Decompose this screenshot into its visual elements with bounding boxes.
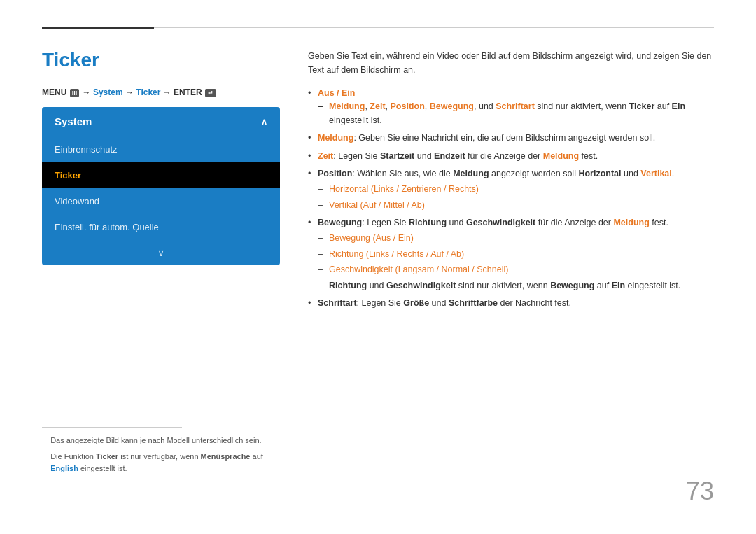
- list-item-schriftart: Schriftart: Legen Sie Größe und Schriftf…: [308, 297, 714, 310]
- menu-item-videowand[interactable]: Videowand: [42, 188, 280, 214]
- system-menu-footer: ∨: [42, 240, 280, 265]
- menu-label: MENU: [42, 87, 66, 97]
- menu-item-einbrennschutz[interactable]: Einbrennschutz: [42, 136, 280, 162]
- subitem-richtung: Richtung (Links / Rechts / Auf / Ab): [318, 248, 714, 261]
- footer-notes: – Das angezeigte Bild kann je nach Model…: [42, 427, 280, 479]
- page-number: 73: [686, 477, 714, 506]
- right-column: Geben Sie Text ein, während ein Video od…: [308, 49, 714, 314]
- breadcrumb-ticker: Ticker: [136, 87, 160, 97]
- footer-note-1: – Das angezeigte Bild kann je nach Model…: [42, 435, 280, 447]
- subitem-vertikal: Vertikal (Auf / Mittel / Ab): [318, 199, 714, 212]
- label-aus-ein: Aus / Ein: [318, 88, 355, 98]
- list-item-aus-ein: Aus / Ein – Meldung, Zeit, Position, Bew…: [308, 87, 714, 127]
- list-item-zeit: Zeit: Legen Sie Startzeit und Endzeit fü…: [308, 150, 714, 163]
- menu-item-ticker[interactable]: Ticker: [42, 162, 280, 188]
- subitem-horizontal: Horizontal (Links / Zentrieren / Rechts): [318, 183, 714, 196]
- footer-divider: [42, 427, 182, 428]
- note-bewegung: – Richtung und Geschwindigkeit sind nur …: [318, 279, 714, 293]
- system-menu-title: System: [55, 115, 92, 127]
- bewegung-subitems: Bewegung (Aus / Ein) Richtung (Links / R…: [318, 232, 714, 276]
- top-decorative-lines: [42, 27, 714, 29]
- chevron-up-icon: ∧: [261, 117, 267, 127]
- left-column: MENU III → System → Ticker → ENTER ↵ Sys…: [42, 87, 280, 265]
- system-menu: System ∧ Einbrennschutz Ticker Videowand…: [42, 107, 280, 265]
- arrow2: →: [125, 87, 136, 97]
- list-item-meldung: Meldung: Geben Sie eine Nachricht ein, d…: [308, 132, 714, 145]
- list-item-bewegung: Bewegung: Legen Sie Richtung und Geschwi…: [308, 216, 714, 293]
- page-content: Ticker MENU III → System → Ticker → ENTE…: [42, 49, 714, 91]
- arrow1: →: [83, 87, 93, 97]
- subitem-geschwindigkeit: Geschwindigkeit (Langsam / Normal / Schn…: [318, 263, 714, 276]
- subitem-bewegung-aus-ein: Bewegung (Aus / Ein): [318, 232, 714, 245]
- position-subitems: Horizontal (Links / Zentrieren / Rechts)…: [318, 183, 714, 212]
- menu-breadcrumb: MENU III → System → Ticker → ENTER ↵: [42, 87, 280, 97]
- menu-icon: III: [70, 89, 80, 97]
- menu-item-einstell[interactable]: Einstell. für autom. Quelle: [42, 214, 280, 240]
- enter-icon: ↵: [205, 89, 216, 97]
- note-aus-ein: – Meldung, Zeit, Position, Bewegung, und…: [318, 100, 714, 127]
- top-line-light: [154, 27, 714, 28]
- breadcrumb-enter: ENTER: [174, 87, 202, 97]
- chevron-down-icon: ∨: [158, 247, 164, 258]
- footer-note-2: – Die Funktion Ticker ist nur verfügbar,…: [42, 451, 280, 474]
- intro-text: Geben Sie Text ein, während ein Video od…: [308, 49, 714, 77]
- top-line-dark: [42, 27, 154, 29]
- note-meldung: Meldung: [329, 101, 365, 111]
- arrow3: →: [163, 87, 174, 97]
- content-list: Aus / Ein – Meldung, Zeit, Position, Bew…: [308, 87, 714, 310]
- system-menu-header: System ∧: [42, 107, 280, 136]
- breadcrumb-system: System: [93, 87, 123, 97]
- list-item-position: Position: Wählen Sie aus, wie die Meldun…: [308, 167, 714, 212]
